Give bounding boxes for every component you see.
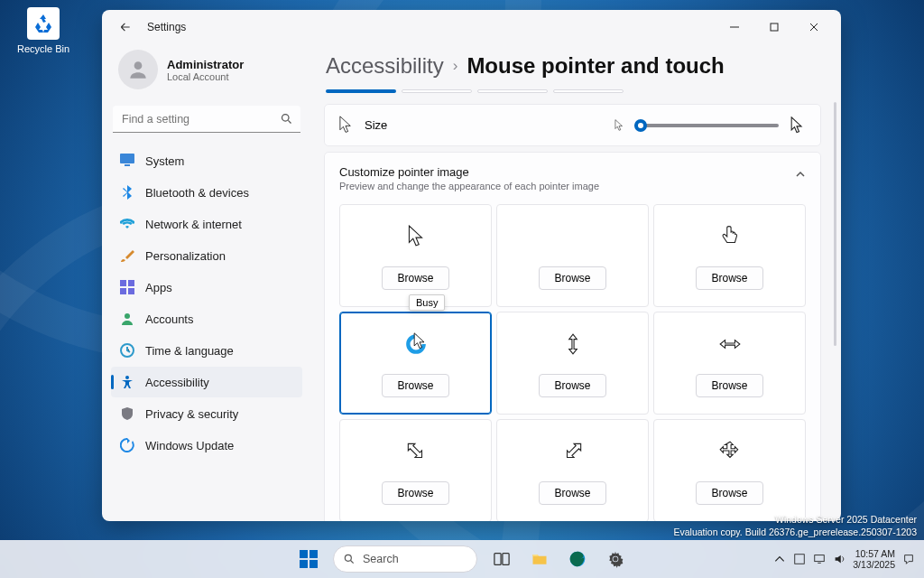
search-box[interactable] xyxy=(113,106,300,133)
apps-icon xyxy=(120,280,134,294)
explorer-button[interactable] xyxy=(522,542,557,576)
start-button[interactable] xyxy=(291,542,326,576)
pointer-cell-link[interactable]: Browse xyxy=(653,204,806,307)
clock-icon xyxy=(120,343,134,358)
search-icon xyxy=(343,553,356,565)
task-view-button[interactable] xyxy=(485,542,519,576)
folder-icon xyxy=(531,550,549,568)
arrow-left-icon xyxy=(119,21,132,33)
resize-horizontal-icon xyxy=(718,332,742,356)
busy-icon xyxy=(404,332,428,356)
pointer-cell-busy[interactable]: Busy Browse xyxy=(339,312,492,415)
browse-button[interactable]: Browse xyxy=(696,374,762,397)
pointer-style-option[interactable] xyxy=(402,89,472,93)
pointer-cell-resize-ew[interactable]: Browse xyxy=(653,312,806,415)
chevron-up-icon[interactable] xyxy=(773,553,786,565)
tray-icon[interactable] xyxy=(793,553,806,565)
avatar xyxy=(118,50,158,89)
nav: System Bluetooth & devices Network & int… xyxy=(111,145,302,461)
nav-apps[interactable]: Apps xyxy=(111,272,302,303)
bluetooth-icon xyxy=(120,185,134,200)
chevron-up-icon xyxy=(795,169,806,180)
svg-rect-7 xyxy=(120,288,126,294)
pointer-cell-resize-nwse[interactable]: Browse xyxy=(339,419,492,521)
browse-button[interactable]: Browse xyxy=(382,481,448,505)
pointer-cell-normal[interactable]: Browse xyxy=(339,204,492,307)
browse-button[interactable]: Browse xyxy=(382,374,448,397)
svg-rect-5 xyxy=(120,280,126,286)
breadcrumb-parent[interactable]: Accessibility xyxy=(326,53,444,79)
profile-name: Administrator xyxy=(167,58,244,71)
pointer-cell-resize-ns[interactable]: Browse xyxy=(496,312,649,415)
volume-icon[interactable] xyxy=(833,553,845,565)
maximize-icon xyxy=(770,23,779,32)
taskbar-search[interactable]: Search xyxy=(333,545,477,573)
cursor-large-icon xyxy=(788,117,806,135)
search-input[interactable] xyxy=(113,106,300,133)
pointer-style-option[interactable] xyxy=(553,89,624,93)
notifications-icon[interactable] xyxy=(902,553,915,565)
customize-card[interactable]: Customize pointer image Preview and chan… xyxy=(324,152,821,521)
pointer-cell-resize-nesw[interactable]: Browse xyxy=(496,419,649,521)
browse-button[interactable]: Browse xyxy=(539,481,605,505)
close-button[interactable] xyxy=(794,14,834,41)
cursor-arrow-icon xyxy=(404,225,428,248)
pointer-style-option[interactable] xyxy=(326,89,396,93)
svg-rect-23 xyxy=(815,555,825,562)
pointer-style-row xyxy=(326,89,821,93)
edge-icon xyxy=(568,550,587,568)
maximize-button[interactable] xyxy=(754,14,794,41)
svg-point-1 xyxy=(134,61,143,70)
browse-button[interactable]: Browse xyxy=(539,266,605,290)
nav-system[interactable]: System xyxy=(111,145,302,176)
settings-taskbar-button[interactable] xyxy=(598,542,633,576)
close-icon xyxy=(809,23,818,32)
nav-bluetooth[interactable]: Bluetooth & devices xyxy=(111,177,302,208)
size-label: Size xyxy=(365,118,387,132)
recycle-bin[interactable]: Recycle Bin xyxy=(16,7,70,54)
edge-button[interactable] xyxy=(560,542,595,576)
svg-rect-4 xyxy=(125,164,130,166)
minimize-button[interactable] xyxy=(715,14,754,41)
nav-accounts[interactable]: Accounts xyxy=(111,303,302,334)
gear-icon xyxy=(606,550,624,568)
titlebar: Settings xyxy=(102,10,841,44)
clock[interactable]: 10:57 AM 3/13/2025 xyxy=(853,548,895,570)
pointer-cell-help[interactable]: Browse xyxy=(496,204,649,307)
minimize-icon xyxy=(730,23,739,32)
pointer-cell-move[interactable]: Browse xyxy=(653,419,806,521)
nav-network[interactable]: Network & internet xyxy=(111,209,302,239)
nav-privacy[interactable]: Privacy & security xyxy=(111,398,302,429)
person-icon xyxy=(126,58,150,81)
pointer-style-option[interactable] xyxy=(477,89,548,93)
user-icon xyxy=(120,312,134,326)
sidebar: Administrator Local Account System Bluet… xyxy=(102,44,311,521)
svg-point-2 xyxy=(282,115,290,122)
shield-icon xyxy=(120,406,134,421)
page-title: Mouse pointer and touch xyxy=(467,53,724,79)
main-content: Accessibility › Mouse pointer and touch … xyxy=(311,44,841,521)
size-slider[interactable] xyxy=(634,124,779,127)
breadcrumb: Accessibility › Mouse pointer and touch xyxy=(326,53,821,79)
back-button[interactable] xyxy=(113,14,138,40)
scrollbar[interactable] xyxy=(834,102,836,346)
windows-icon xyxy=(300,550,318,568)
network-tray-icon[interactable] xyxy=(813,553,826,565)
browse-button[interactable]: Browse xyxy=(382,266,448,290)
browse-button[interactable]: Browse xyxy=(539,374,605,397)
search-icon xyxy=(280,112,293,126)
cursor-small-icon xyxy=(613,119,625,132)
browse-button[interactable]: Browse xyxy=(696,266,762,290)
browse-button[interactable]: Browse xyxy=(696,481,762,505)
nav-accessibility[interactable]: Accessibility xyxy=(111,367,302,397)
hand-icon xyxy=(718,225,742,248)
nav-update[interactable]: Windows Update xyxy=(111,430,302,461)
system-tray[interactable]: 10:57 AM 3/13/2025 xyxy=(773,548,924,570)
slider-thumb[interactable] xyxy=(634,119,647,132)
profile[interactable]: Administrator Local Account xyxy=(111,44,302,102)
nav-personalization[interactable]: Personalization xyxy=(111,240,302,271)
wifi-icon xyxy=(120,217,134,231)
taskbar: Search 10:57 AM 3/13/2025 xyxy=(0,540,924,578)
cursor-icon xyxy=(339,116,352,135)
nav-time[interactable]: Time & language xyxy=(111,335,302,366)
